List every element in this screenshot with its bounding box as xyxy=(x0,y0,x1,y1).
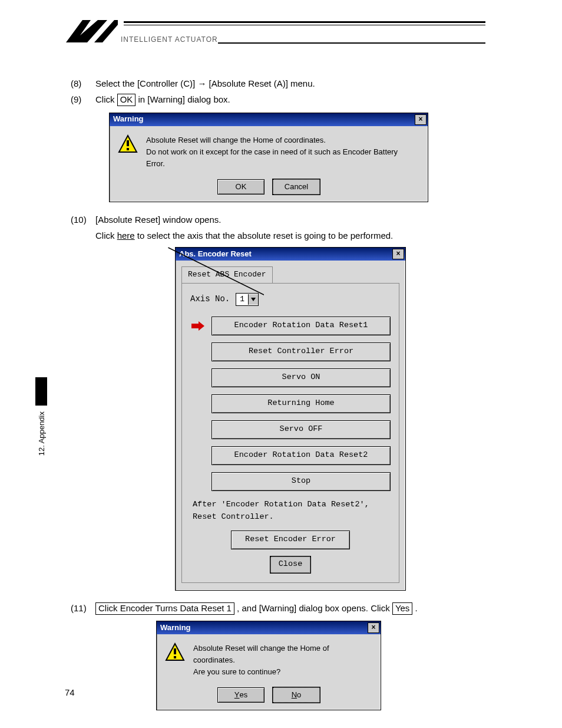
step-8-text: Select the [Controller (C)] → [Absolute … xyxy=(95,77,315,90)
axis-label: Axis No. xyxy=(190,293,230,306)
warning-dialog-2-body: Absolute Reset will change the Home of c… xyxy=(157,634,381,686)
brand-logo xyxy=(65,17,118,46)
step-8: (8) Select the [Controller (C)] → [Absol… xyxy=(71,77,497,90)
step-11-box2: Yes xyxy=(392,602,412,615)
encoder-row-2: Reset Controller Error xyxy=(190,342,391,361)
encoder-close-wrap: Close xyxy=(190,556,391,573)
close-icon[interactable]: × xyxy=(415,114,427,125)
encoder-note-line2: Reset Controller. xyxy=(193,510,391,523)
step-9-post: in [Warning] dialog box. xyxy=(138,94,230,104)
encoder-row-3: Servo ON xyxy=(190,368,391,387)
brand-text: INTELLIGENT ACTUATOR xyxy=(121,35,218,44)
step-9-text: Click OK in [Warning] dialog box. xyxy=(95,93,230,106)
svg-rect-2 xyxy=(127,148,129,150)
encoder-rotation-data-reset2-button[interactable]: Encoder Rotation Data Reset2 xyxy=(211,446,391,465)
servo-on-button[interactable]: Servo ON xyxy=(211,368,391,387)
header-rule-bottom xyxy=(218,42,485,44)
step-8-num: (8) xyxy=(71,77,90,90)
warning-dialog-1-line2: Do not work on it except for the case in… xyxy=(146,146,417,170)
warning-dialog-1-message: Absolute Reset will change the Home of c… xyxy=(146,134,417,170)
cancel-button[interactable]: Cancel xyxy=(273,179,320,195)
warning-dialog-2-message: Absolute Reset will change the Home of c… xyxy=(193,643,370,678)
close-icon[interactable]: × xyxy=(392,249,404,259)
warning-dialog-2: Warning × Absolute Reset will change the… xyxy=(156,621,381,710)
abs-encoder-reset-dialog: Abs. Encoder Reset × Reset ABS Encoder A… xyxy=(175,247,406,590)
warning-dialog-1-buttons: OK Cancel xyxy=(110,178,428,202)
reset-encoder-error-button[interactable]: Reset Encoder Error xyxy=(231,531,350,549)
warning-dialog-2-title: Warning xyxy=(160,622,191,634)
page-number: 74 xyxy=(65,687,75,697)
step-10-num: (10) xyxy=(71,213,90,226)
document-body: (8) Select the [Controller (C)] → [Absol… xyxy=(71,77,497,721)
encoder-dialog-titlebar: Abs. Encoder Reset × xyxy=(176,248,405,261)
encoder-note: After 'Encoder Rotation Data Reset2', Re… xyxy=(193,498,391,523)
step-10-sub: Click here to select the axis that the a… xyxy=(95,229,497,591)
step-11-box1: Click Encoder Turns Data Reset 1 xyxy=(95,602,234,615)
encoder-dialog-title: Abs. Encoder Reset xyxy=(179,248,252,260)
step-11: (11) Click Encoder Turns Data Reset 1 , … xyxy=(71,601,497,615)
warning-icon xyxy=(118,134,138,158)
close-icon[interactable]: × xyxy=(368,622,379,633)
warning-icon xyxy=(165,643,185,666)
warning-dialog-2-titlebar: Warning × xyxy=(157,621,381,634)
encoder-row-5: Servo OFF xyxy=(190,420,391,439)
encoder-row-7: Stop xyxy=(190,472,391,491)
encoder-rotation-data-reset1-button[interactable]: Encoder Rotation Data Reset1 xyxy=(211,317,391,335)
step-10-sub-post: to select the axis that the absolute res… xyxy=(135,230,394,241)
warning-dialog-1-line1: Absolute Reset will change the Home of c… xyxy=(146,134,417,146)
svg-rect-7 xyxy=(174,648,176,654)
step-10-sub-pre: Click xyxy=(95,230,117,241)
encoder-row-1: Encoder Rotation Data Reset1 xyxy=(190,317,391,335)
step-11-end: . xyxy=(415,603,418,613)
warning-dialog-1-body: Absolute Reset will change the Home of c… xyxy=(110,126,428,178)
close-button[interactable]: Close xyxy=(270,556,310,573)
axis-select[interactable]: 1 xyxy=(236,293,259,306)
encoder-row-8: Reset Encoder Error xyxy=(190,531,391,549)
encoder-row-4: Returning Home xyxy=(190,394,391,413)
header-rule-top xyxy=(124,21,485,25)
warning-dialog-1-titlebar: Warning × xyxy=(110,113,428,126)
reset-controller-error-button[interactable]: Reset Controller Error xyxy=(211,342,391,361)
arrow-right-icon: → xyxy=(197,78,206,88)
step-10: (10) [Absolute Reset] window opens. xyxy=(71,213,497,226)
side-tab-marker xyxy=(35,377,47,406)
encoder-row-6: Encoder Rotation Data Reset2 xyxy=(190,446,391,465)
step-8-post: [Absolute Reset (A)] menu. xyxy=(209,78,315,88)
step-9-pre: Click xyxy=(95,94,117,104)
step-10-here-link: here xyxy=(117,230,135,241)
side-tab-label: 12. Appendix xyxy=(37,411,46,456)
side-tab: 12. Appendix xyxy=(35,377,47,456)
chevron-down-icon[interactable] xyxy=(248,294,258,305)
pointer-arrow-icon xyxy=(190,321,206,331)
axis-row: Axis No. 1 xyxy=(190,293,391,306)
no-button[interactable]: No xyxy=(273,687,320,703)
encoder-tab-panel: Axis No. 1 xyxy=(181,283,399,583)
step-8-pre: Select the [Controller (C)] xyxy=(95,78,197,88)
step-11-text: Click Encoder Turns Data Reset 1 , and [… xyxy=(95,601,418,615)
step-9-num: (9) xyxy=(71,93,90,106)
warning-dialog-2-line2: Are you sure to continue? xyxy=(193,666,370,678)
warning-dialog-1: Warning × Absolute Reset will change the… xyxy=(109,113,428,202)
svg-marker-5 xyxy=(191,321,204,331)
encoder-note-line1: After 'Encoder Rotation Data Reset2', xyxy=(193,498,391,511)
yes-button[interactable]: Yes xyxy=(217,687,265,703)
warning-dialog-2-buttons: Yes No xyxy=(157,686,381,710)
step-9-ok-box: OK xyxy=(117,94,136,106)
returning-home-button[interactable]: Returning Home xyxy=(211,394,391,413)
svg-rect-1 xyxy=(127,140,129,146)
encoder-tab-container: Reset ABS Encoder Axis No. 1 xyxy=(176,261,405,589)
stop-button[interactable]: Stop xyxy=(211,472,391,491)
svg-marker-4 xyxy=(251,298,256,301)
axis-value: 1 xyxy=(236,294,248,305)
step-11-mid: , and [Warning] dialog box opens. Click xyxy=(237,603,392,613)
warning-dialog-2-line1: Absolute Reset will change the Home of c… xyxy=(193,643,370,666)
warning-dialog-1-title: Warning xyxy=(113,113,144,125)
svg-rect-8 xyxy=(174,656,176,658)
step-9: (9) Click OK in [Warning] dialog box. xyxy=(71,93,497,106)
step-10-text: [Absolute Reset] window opens. xyxy=(95,213,221,226)
servo-off-button[interactable]: Servo OFF xyxy=(211,420,391,439)
tab-reset-abs-encoder[interactable]: Reset ABS Encoder xyxy=(181,266,273,282)
step-11-num: (11) xyxy=(71,601,90,615)
ok-button[interactable]: OK xyxy=(217,179,265,195)
